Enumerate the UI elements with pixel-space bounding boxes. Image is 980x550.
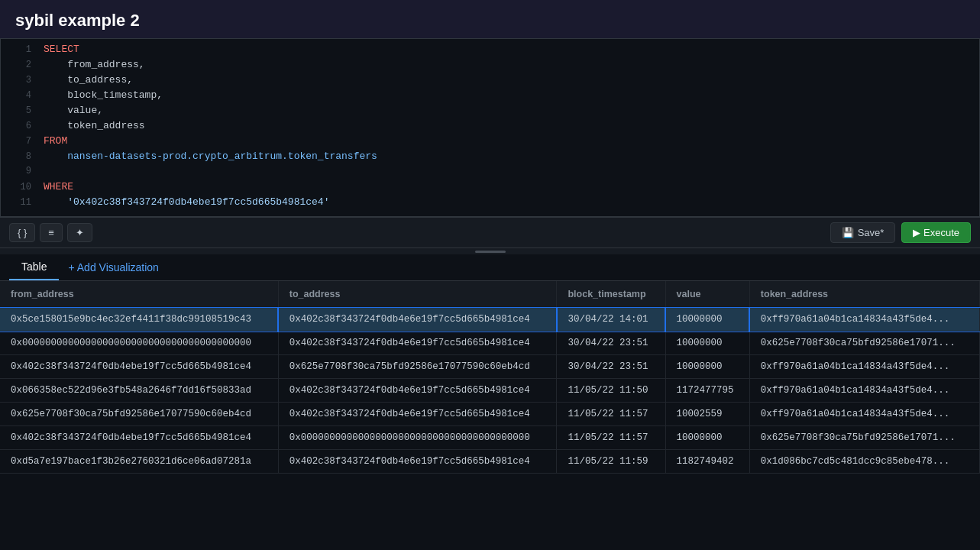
column-header-value[interactable]: value [665,281,749,308]
line-number: 10 [10,182,31,192]
execute-button[interactable]: ▶ Execute [901,222,971,243]
cell-token_address: 0xff970a61a04b1ca14834a43f5de4... [749,403,979,426]
cell-block_timestamp: 30/04/22 23:51 [557,355,665,379]
code-editor: 1SELECT2 from_address,3 to_address,4 blo… [0,38,980,217]
toolbar: { } ≡ ✦ 💾 Save* ▶ Execute [0,217,980,248]
table-body: 0x5ce158015e9bc4ec32ef4411f38dc99108519c… [0,308,980,474]
code-text: to_address, [44,74,133,86]
divider[interactable] [0,248,980,254]
cell-to_address: 0x402c38f343724f0db4e6e19f7cc5d665b4981c… [278,379,557,403]
tabs-bar: Table + Add Visualization [0,254,980,281]
cell-block_timestamp: 11/05/22 11:57 [557,403,665,426]
column-header-from_address[interactable]: from_address [0,281,278,308]
line-number: 3 [10,75,31,86]
code-line: 2 from_address, [1,59,979,74]
code-text: FROM [44,135,67,147]
cell-block_timestamp: 30/04/22 23:51 [557,332,665,355]
code-line: 6 token_address [1,120,979,135]
cell-to_address: 0x625e7708f30ca75bfd92586e17077590c60eb4… [278,355,557,379]
code-line: 10WHERE [1,181,979,196]
code-text: token_address [44,120,145,131]
code-line: 11 '0x402c38f343724f0db4ebe19f7cc5d665b4… [1,196,979,212]
divider-handle [475,251,506,253]
cell-block_timestamp: 11/05/22 11:50 [557,379,665,403]
cell-from_address: 0x066358ec522d96e3fb548a2646f7dd16f50833… [0,379,278,403]
cell-token_address: 0xff970a61a04b1ca14834a43f5de4... [749,355,979,379]
cell-token_address: 0xff970a61a04b1ca14834a43f5de4... [749,379,979,403]
code-text: '0x402c38f343724f0db4ebe19f7cc5d665b4981… [44,196,329,208]
line-number: 1 [10,44,31,55]
code-text: value, [44,105,103,116]
line-number: 4 [10,90,31,101]
code-line: 4 block_timestamp, [1,89,979,105]
toolbar-right: 💾 Save* ▶ Execute [830,222,971,243]
table-row[interactable]: 0xd5a7e197bace1f3b26e2760321d6ce06ad0728… [0,450,980,474]
line-number: 9 [10,166,31,176]
execute-label: ▶ Execute [913,227,959,238]
cell-token_address: 0xff970a61a04b1ca14834a43f5de4... [749,308,979,332]
save-button[interactable]: 💾 Save* [830,222,896,243]
table-row[interactable]: 0x402c38f343724f0db4ebe19f7cc5d665b4981c… [0,355,980,379]
cell-token_address: 0x625e7708f30ca75bfd92586e17071... [749,426,979,450]
line-number: 2 [10,60,31,70]
cell-to_address: 0x402c38f343724f0db4e6e19f7cc5d665b4981c… [278,308,557,332]
code-lines: 1SELECT2 from_address,3 to_address,4 blo… [1,39,979,216]
page-title: sybil example 2 [0,0,980,38]
add-visualization-button[interactable]: + Add Visualization [59,255,167,280]
code-text: SELECT [44,44,79,55]
line-number: 5 [10,105,31,116]
line-number: 8 [10,151,31,162]
code-text: from_address, [44,59,145,70]
table-row[interactable]: 0x625e7708f30ca75bfd92586e17077590c60eb4… [0,403,980,426]
table-header: from_addressto_addressblock_timestampval… [0,281,980,308]
column-header-block_timestamp[interactable]: block_timestamp [557,281,665,308]
cell-from_address: 0x625e7708f30ca75bfd92586e17077590c60eb4… [0,403,278,426]
cell-value: 10000000 [665,332,749,355]
results-table: from_addressto_addressblock_timestampval… [0,281,980,474]
cell-token_address: 0x1d086bc7cd5c481dcc9c85ebe478... [749,450,979,474]
cell-value: 10000000 [665,308,749,332]
json-format-button[interactable]: { } [9,223,35,242]
code-text: nansen-datasets-prod.crypto_arbitrum.tok… [44,150,377,162]
table-row[interactable]: 0x066358ec522d96e3fb548a2646f7dd16f50833… [0,379,980,403]
table-row[interactable]: 0x00000000000000000000000000000000000000… [0,332,980,355]
code-text: WHERE [44,181,73,192]
magic-button[interactable]: ✦ [67,223,92,242]
code-line: 7FROM [1,135,979,150]
cell-from_address: 0xd5a7e197bace1f3b26e2760321d6ce06ad0728… [0,450,278,474]
table-container[interactable]: from_addressto_addressblock_timestampval… [0,281,980,550]
line-number: 6 [10,121,31,131]
code-text: block_timestamp, [44,89,163,101]
cell-token_address: 0x625e7708f30ca75bfd92586e17071... [749,332,979,355]
cell-from_address: 0x00000000000000000000000000000000000000… [0,332,278,355]
cell-to_address: 0x402c38f343724f0db4e6e19f7cc5d665b4981c… [278,403,557,426]
cell-to_address: 0x00000000000000000000000000000000000000… [278,426,557,450]
line-number: 7 [10,136,31,147]
cell-value: 1182749402 [665,450,749,474]
cell-from_address: 0x402c38f343724f0db4ebe19f7cc5d665b4981c… [0,355,278,379]
code-line: 3 to_address, [1,74,979,89]
save-icon: 💾 [842,227,854,238]
table-format-button[interactable]: ≡ [40,223,63,242]
cell-to_address: 0x402c38f343724f0db4e6e19f7cc5d665b4981c… [278,450,557,474]
cell-value: 10000000 [665,355,749,379]
cell-to_address: 0x402c38f343724f0db4e6e19f7cc5d665b4981c… [278,332,557,355]
header-row: from_addressto_addressblock_timestampval… [0,281,980,308]
cell-from_address: 0x5ce158015e9bc4ec32ef4411f38dc99108519c… [0,308,278,332]
cell-block_timestamp: 11/05/22 11:59 [557,450,665,474]
code-line: 5 value, [1,105,979,120]
cell-block_timestamp: 11/05/22 11:57 [557,426,665,450]
cell-value: 1172477795 [665,379,749,403]
table-row[interactable]: 0x5ce158015e9bc4ec32ef4411f38dc99108519c… [0,308,980,332]
code-line: 1SELECT [1,44,979,59]
cell-block_timestamp: 30/04/22 14:01 [557,308,665,332]
column-header-to_address[interactable]: to_address [278,281,557,308]
cell-from_address: 0x402c38f343724f0db4ebe19f7cc5d665b4981c… [0,426,278,450]
cell-value: 10000000 [665,426,749,450]
tab-table[interactable]: Table [9,254,59,280]
save-label: Save* [858,227,885,238]
code-line: 9 [1,166,979,181]
cell-value: 10002559 [665,403,749,426]
table-row[interactable]: 0x402c38f343724f0db4ebe19f7cc5d665b4981c… [0,426,980,450]
column-header-token_address[interactable]: token_address [749,281,979,308]
